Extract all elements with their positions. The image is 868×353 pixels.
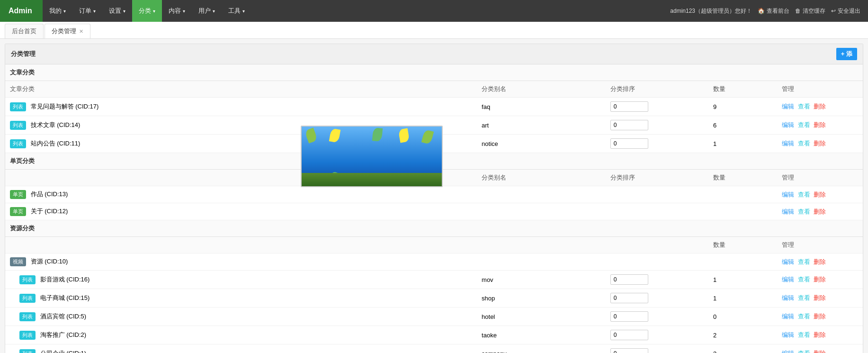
logout-icon: ↩ [831, 8, 836, 14]
row-alias: notice [477, 135, 606, 153]
col-header-name3 [5, 237, 477, 253]
logout-link[interactable]: ↩ 安全退出 [831, 7, 860, 15]
col-header-count3: 数量 [708, 237, 777, 253]
user-greeting: admin123（超级管理员）您好！ [670, 7, 752, 15]
sort-input[interactable] [610, 138, 648, 149]
brand[interactable]: Admin [0, 0, 43, 22]
nav-item-users[interactable]: 用户 ▾ [192, 0, 222, 22]
row-name: 技术文章 (CID:14) [31, 121, 81, 128]
chevron-down-icon: ▾ [213, 9, 215, 14]
badge-single: 单页 [10, 190, 26, 199]
row-count: 9 [708, 98, 777, 116]
edit-link[interactable]: 编辑 [782, 276, 794, 283]
col-header-sort2: 分类排序 [606, 170, 708, 186]
row-name: 公司企业 (CID:1) [40, 350, 87, 353]
edit-link[interactable]: 编辑 [782, 208, 794, 215]
close-icon[interactable]: ✕ [79, 28, 83, 35]
table-row: 列表 电子商城 (CID:15) shop 1 编辑 查看 删除 [5, 289, 863, 308]
delete-link[interactable]: 删除 [814, 140, 826, 147]
view-link[interactable]: 查看 [798, 294, 810, 301]
chevron-down-icon: ▾ [93, 9, 96, 14]
delete-link[interactable]: 删除 [814, 276, 826, 283]
edit-link[interactable]: 编辑 [782, 121, 794, 128]
table-row: 单页 作品 (CID:13) 编辑 查看 删除 [5, 186, 863, 203]
panel-title: 分类管理 [11, 50, 36, 58]
delete-link[interactable]: 删除 [814, 331, 826, 338]
edit-link[interactable]: 编辑 [782, 313, 794, 320]
view-link[interactable]: 查看 [798, 258, 810, 265]
nav-item-order[interactable]: 订单 ▾ [72, 0, 102, 22]
delete-link[interactable]: 删除 [814, 208, 826, 215]
row-name: 关于 (CID:12) [31, 208, 68, 215]
add-button[interactable]: + 添 [836, 48, 857, 60]
nav-item-content[interactable]: 内容 ▾ [162, 0, 192, 22]
col-header-alias: 分类别名 [477, 81, 606, 98]
tab-home[interactable]: 后台首页 [5, 24, 44, 38]
sort-input[interactable] [610, 293, 648, 303]
delete-link[interactable]: 删除 [814, 313, 826, 320]
nav-item-settings[interactable]: 设置 ▾ [102, 0, 132, 22]
sort-input[interactable] [610, 330, 648, 340]
section-title-article: 文章分类 [5, 64, 863, 81]
row-count: 6 [708, 116, 777, 135]
edit-link[interactable]: 编辑 [782, 140, 794, 147]
view-link[interactable]: 查看 [798, 208, 810, 215]
delete-link[interactable]: 删除 [814, 191, 826, 198]
table-row: 列表 影音游戏 (CID:16) mov 1 编辑 查看 删除 [5, 271, 863, 289]
view-link[interactable]: 查看 [798, 191, 810, 198]
clear-cache-link[interactable]: 🗑 清空缓存 [795, 7, 825, 15]
row-alias [477, 253, 606, 271]
category-panel: 分类管理 + 添 文章分类 文章分类 [5, 44, 863, 353]
sort-input[interactable] [610, 311, 648, 322]
row-name: 酒店宾馆 (CID:5) [40, 313, 87, 320]
row-count: 3 [708, 344, 777, 353]
row-name: 淘客推广 (CID:2) [40, 331, 87, 338]
edit-link[interactable]: 编辑 [782, 191, 794, 198]
nav-item-tools[interactable]: 工具 ▾ [222, 0, 251, 22]
edit-link[interactable]: 编辑 [782, 350, 794, 353]
sort-input[interactable] [610, 101, 648, 112]
edit-link[interactable]: 编辑 [782, 294, 794, 301]
row-alias: taoke [477, 326, 606, 344]
view-link[interactable]: 查看 [798, 350, 810, 353]
frontend-link[interactable]: 🏠 查看前台 [758, 7, 789, 15]
edit-link[interactable]: 编辑 [782, 331, 794, 338]
row-alias: faq [477, 98, 606, 116]
panel-body: 文章分类 文章分类 分类别名 分类排序 数量 管理 列表 [5, 64, 863, 353]
table-row: 列表 常见问题与解答 (CID:17) faq 9 编辑 查看 删除 [5, 98, 863, 116]
tooltip-image-inner [302, 127, 442, 186]
delete-link[interactable]: 删除 [814, 121, 826, 128]
col-header-name: 文章分类 [5, 81, 477, 98]
delete-link[interactable]: 删除 [814, 258, 826, 265]
delete-link[interactable]: 删除 [814, 350, 826, 353]
view-link[interactable]: 查看 [798, 103, 810, 110]
sort-input[interactable] [610, 274, 648, 285]
badge-list: 列表 [10, 121, 26, 130]
delete-link[interactable]: 删除 [814, 103, 826, 110]
tab-category[interactable]: 分类管理 ✕ [45, 24, 90, 38]
edit-link[interactable]: 编辑 [782, 258, 794, 265]
chevron-down-icon: ▾ [242, 9, 245, 14]
sort-input[interactable] [610, 120, 648, 130]
row-count: 0 [708, 308, 777, 326]
row-count: 1 [708, 271, 777, 289]
nav-item-mine[interactable]: 我的 ▾ [43, 0, 72, 22]
view-link[interactable]: 查看 [798, 140, 810, 147]
badge-single: 单页 [10, 207, 26, 216]
row-alias: hotel [477, 308, 606, 326]
table-row: 列表 公司企业 (CID:1) company 3 编辑 查看 删除 [5, 344, 863, 353]
view-link[interactable]: 查看 [798, 331, 810, 338]
nav-item-category[interactable]: 分类 ▾ [132, 0, 162, 22]
view-link[interactable]: 查看 [798, 121, 810, 128]
delete-link[interactable]: 删除 [814, 294, 826, 301]
sort-input[interactable] [610, 348, 648, 353]
chevron-down-icon: ▾ [123, 9, 125, 14]
col-header-sort: 分类排序 [606, 81, 708, 98]
view-link[interactable]: 查看 [798, 313, 810, 320]
badge-list: 列表 [19, 349, 36, 353]
view-link[interactable]: 查看 [798, 276, 810, 283]
row-name: 电子商城 (CID:15) [40, 294, 90, 301]
badge-video: 视频 [10, 257, 26, 266]
edit-link[interactable]: 编辑 [782, 103, 794, 110]
chevron-down-icon: ▾ [63, 9, 66, 14]
